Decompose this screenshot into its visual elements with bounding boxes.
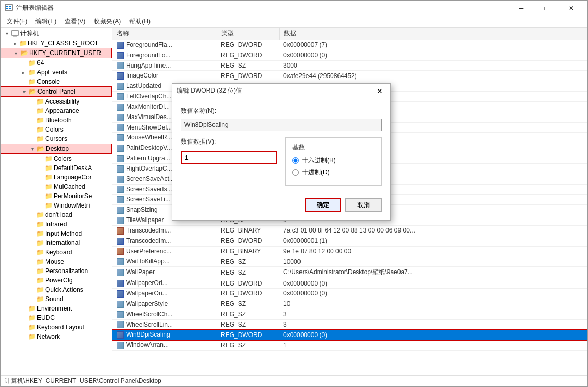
dec-radio-label[interactable]: 十进制(D) [292,168,375,177]
base-column: 基数 十六进制(H) 十进制(D) [285,137,382,186]
dialog-title: 编辑 DWORD (32 位)值 [177,86,373,95]
hex-radio[interactable] [292,157,299,164]
data-label: 数值数据(V): [181,137,277,146]
dialog-data-row: 数值数据(V): 基数 十六进制(H) 十进制(D) [181,137,382,186]
dialog-close-button[interactable]: ✕ [373,86,386,96]
data-column: 数值数据(V): [181,137,277,186]
ok-button[interactable]: 确定 [305,198,341,212]
cancel-button[interactable]: 取消 [345,198,382,212]
base-group: 基数 十六进制(H) 十进制(D) [285,137,382,186]
dialog-overlay: 编辑 DWORD (32 位)值 ✕ 数值名称(N): 数值数据(V): 基数 … [0,0,588,387]
hex-label: 十六进制(H) [302,156,336,165]
dialog-buttons: 确定 取消 [181,194,382,212]
hex-radio-label[interactable]: 十六进制(H) [292,156,375,165]
dec-label: 十进制(D) [302,168,330,177]
dialog-titlebar: 编辑 DWORD (32 位)值 ✕ [172,84,390,98]
data-input[interactable] [181,151,277,164]
dialog-body: 数值名称(N): 数值数据(V): 基数 十六进制(H) [172,98,390,220]
name-input[interactable] [181,119,382,131]
base-label: 基数 [292,143,375,152]
dec-radio[interactable] [292,169,299,176]
edit-dword-dialog: 编辑 DWORD (32 位)值 ✕ 数值名称(N): 数值数据(V): 基数 … [172,83,391,221]
name-label: 数值名称(N): [181,107,382,115]
